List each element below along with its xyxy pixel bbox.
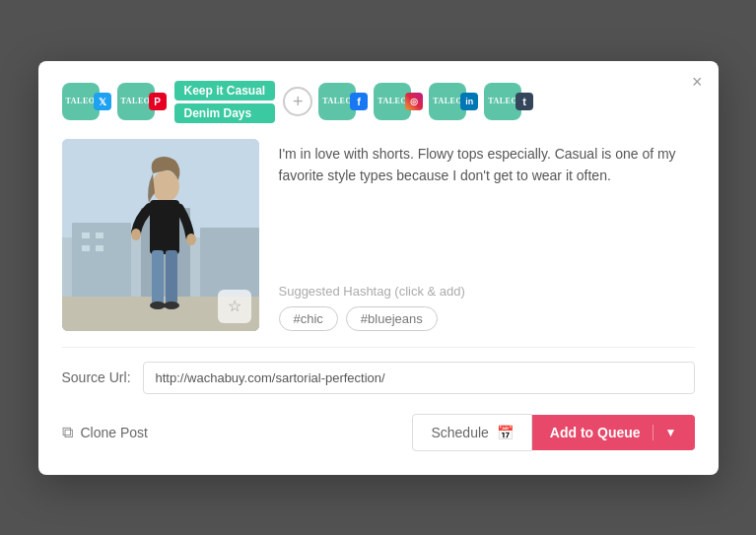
taleo-logo-text-ig: TALEO <box>378 98 407 105</box>
clone-icon: ⧉ <box>62 424 73 441</box>
taleo-logo-text-2: TALEO <box>121 98 151 105</box>
taleo-logo-text-1: TALEO <box>66 98 96 105</box>
schedule-button[interactable]: Schedule 📅 <box>412 414 531 451</box>
schedule-label: Schedule <box>431 425 488 440</box>
svg-rect-5 <box>82 233 90 238</box>
star-button[interactable]: ☆ <box>218 290 251 323</box>
pinterest-badge: P <box>149 93 167 110</box>
hashtag-section: Suggested Hashtag (click & add) #chic #b… <box>279 284 695 331</box>
svg-rect-17 <box>166 250 177 304</box>
svg-point-14 <box>131 229 141 240</box>
taleo-logo-text-fb: TALEO <box>322 98 352 105</box>
source-url-input[interactable] <box>143 362 695 394</box>
svg-rect-8 <box>96 245 103 251</box>
add-queue-label: Add to Queue <box>550 425 641 440</box>
account-chip-pinterest[interactable]: TALEO P <box>117 83 167 120</box>
instagram-badge: ◎ <box>405 93 423 110</box>
account-chip-instagram[interactable]: TALEO ◎ <box>374 83 423 120</box>
svg-point-12 <box>152 170 179 202</box>
source-row: Source Url: <box>62 347 695 394</box>
hashtag-label: Suggested Hashtag (click & add) <box>279 284 695 299</box>
post-right: I'm in love with shorts. Flowy tops espe… <box>279 139 695 331</box>
label-chips: Keep it Casual Denim Days <box>174 81 276 123</box>
content-area: ☆ I'm in love with shorts. Flowy tops es… <box>62 139 695 331</box>
hashtag-chip-bluejeans[interactable]: #bluejeans <box>346 306 438 331</box>
dropdown-arrow-icon[interactable]: ▼ <box>665 426 677 439</box>
post-image: ☆ <box>62 139 259 331</box>
svg-rect-16 <box>152 250 164 304</box>
right-actions: Schedule 📅 Add to Queue ▼ <box>412 414 694 451</box>
linkedin-badge: in <box>460 93 478 110</box>
button-divider <box>653 425 653 440</box>
clone-label: Clone Post <box>81 425 148 440</box>
actions-row: ⧉ Clone Post Schedule 📅 Add to Queue ▼ <box>62 414 695 451</box>
account-chip-facebook[interactable]: TALEO f <box>318 83 368 120</box>
post-text: I'm in love with shorts. Flowy tops espe… <box>279 143 695 187</box>
modal-overlay: × TALEO 𝕏 TALEO P Keep it Casual Denim D… <box>0 0 756 535</box>
clone-post-button[interactable]: ⧉ Clone Post <box>62 424 148 441</box>
label-denim-days[interactable]: Denim Days <box>174 103 276 123</box>
account-chip-tumblr[interactable]: TALEO t <box>484 83 533 120</box>
accounts-row: TALEO 𝕏 TALEO P Keep it Casual Denim Day… <box>62 81 695 123</box>
hashtag-chip-chic[interactable]: #chic <box>279 306 338 331</box>
svg-point-19 <box>164 301 179 309</box>
svg-point-18 <box>150 301 166 309</box>
taleo-logo-text-tu: TALEO <box>488 98 517 105</box>
svg-point-15 <box>186 234 196 245</box>
label-keep-it-casual[interactable]: Keep it Casual <box>174 81 276 100</box>
facebook-badge: f <box>350 93 368 110</box>
account-chip-linkedin[interactable]: TALEO in <box>429 83 478 120</box>
calendar-icon: 📅 <box>497 425 514 440</box>
twitter-badge: 𝕏 <box>94 93 111 110</box>
source-label: Source Url: <box>62 369 131 385</box>
hashtag-list: #chic #bluejeans <box>279 306 695 331</box>
svg-rect-6 <box>96 233 103 238</box>
modal-container: × TALEO 𝕏 TALEO P Keep it Casual Denim D… <box>38 61 719 475</box>
taleo-logo-text-li: TALEO <box>433 98 462 105</box>
add-account-button[interactable]: + <box>283 87 312 116</box>
tumblr-badge: t <box>515 93 533 110</box>
close-button[interactable]: × <box>692 73 703 91</box>
svg-rect-7 <box>82 245 90 251</box>
add-to-queue-button[interactable]: Add to Queue ▼ <box>532 415 695 450</box>
account-chip-twitter[interactable]: TALEO 𝕏 <box>62 83 111 120</box>
